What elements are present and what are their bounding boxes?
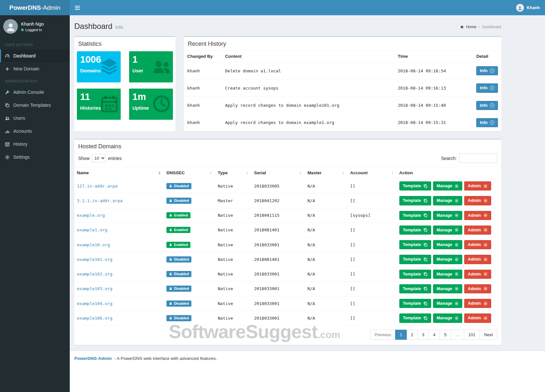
sidebar-toggle-button[interactable] (70, 0, 85, 15)
domain-template-button[interactable]: Template (399, 313, 431, 323)
bar-chart-icon (5, 129, 10, 134)
sidebar-item-new-domain[interactable]: New Domain (0, 62, 70, 75)
domain-manage-button[interactable]: Manage (433, 299, 462, 308)
domain-name-cell: example.org (74, 208, 164, 223)
domain-link[interactable]: example103.org (77, 286, 113, 291)
sidebar-item-settings[interactable]: Settings (0, 151, 70, 164)
domain-manage-button[interactable]: Manage (433, 270, 462, 279)
domain-link[interactable]: example102.org (77, 272, 113, 276)
domain-manage-button[interactable]: Manage (433, 284, 462, 293)
pagination-page-4[interactable]: 4 (429, 330, 440, 340)
sort-icon (298, 171, 303, 175)
domains-column-header-name[interactable]: Name (74, 167, 164, 179)
type-cell: Native (215, 252, 251, 267)
dnssec-badge: Enabled (166, 227, 190, 233)
domain-manage-button[interactable]: Manage (433, 196, 462, 205)
domain-template-button[interactable]: Template (399, 299, 431, 308)
dnssec-state: Disabled (174, 272, 189, 276)
domain-admin-button[interactable]: Admin (464, 270, 491, 279)
domain-manage-button[interactable]: Manage (433, 211, 462, 220)
info-button[interactable]: Infoi (476, 118, 498, 127)
sidebar-item-accounts[interactable]: Accounts (0, 125, 70, 138)
master-cell: N/A (305, 179, 348, 193)
sidebar-item-history[interactable]: History (0, 138, 70, 151)
domain-admin-button[interactable]: Admin (464, 299, 491, 308)
domain-admin-button[interactable]: Admin (464, 313, 491, 323)
pagination-page-3[interactable]: 3 (418, 330, 429, 340)
domain-manage-button[interactable]: Manage (433, 313, 462, 323)
domains-column-header-type[interactable]: Type (215, 167, 251, 179)
domain-template-button[interactable]: Template (399, 255, 431, 264)
domain-admin-button[interactable]: Admin (464, 255, 491, 264)
pagination-page-5[interactable]: 5 (440, 330, 451, 340)
user-status: Logged In (21, 28, 44, 32)
domain-link[interactable]: 3.2.1.in-addr.arpa (77, 198, 123, 203)
app-logo-text: PowerDNS-Admin (9, 4, 60, 11)
pagination-page-1[interactable]: 1 (395, 330, 406, 340)
domain-template-button[interactable]: Template (399, 211, 431, 220)
domains-column-header-account[interactable]: Account (347, 167, 396, 179)
history-header-row: Changed ByContentTimeDetail (184, 51, 501, 62)
domain-admin-button[interactable]: Admin (464, 226, 491, 235)
info-button[interactable]: Infoi (476, 83, 498, 92)
history-column-header: Content (222, 51, 394, 62)
gear-icon (483, 228, 488, 232)
serial-cell: 2018041115 (251, 208, 305, 223)
domain-link[interactable]: example106.org (77, 316, 113, 321)
domain-link[interactable]: example10.org (77, 242, 110, 247)
navbar-user-menu[interactable]: Khanh (511, 0, 545, 15)
entries-select[interactable]: 10 (92, 154, 106, 162)
hosted-domains-title: Hosted Domains (74, 140, 501, 153)
info-button[interactable]: Infoi (476, 66, 498, 75)
sidebar-user-panel: Khanh Ngo Logged In (0, 15, 70, 38)
domain-admin-button[interactable]: Admin (464, 240, 491, 249)
sidebar-item-dashboard[interactable]: Dashboard (0, 49, 70, 62)
domains-column-header-dnssec[interactable]: DNSSEC (164, 167, 215, 179)
info-button[interactable]: Infoi (476, 101, 498, 110)
button-label: Info (480, 103, 488, 108)
domain-link[interactable]: example104.org (77, 301, 113, 306)
domain-manage-button[interactable]: Manage (433, 181, 462, 190)
lock-icon (169, 287, 172, 290)
pagination-page-2[interactable]: 2 (406, 330, 418, 340)
stat-box-domains: 1006Domains (77, 51, 121, 82)
gear-icon (483, 316, 488, 320)
domain-link[interactable]: 127.in-addr.arpa (77, 184, 117, 189)
domain-link[interactable]: example.org (77, 213, 105, 218)
domain-row: example102.orgDisabledNative2018033001N/… (74, 267, 501, 281)
domains-column-header-serial[interactable]: Serial (251, 167, 305, 179)
domain-link[interactable]: example1.org (77, 227, 107, 232)
domains-column-header-master[interactable]: Master (305, 167, 348, 179)
domain-admin-button[interactable]: Admin (464, 181, 491, 190)
domain-admin-button[interactable]: Admin (464, 211, 491, 220)
history-content: Apply record changes to domain example10… (222, 97, 394, 114)
domain-template-button[interactable]: Template (399, 226, 431, 235)
button-label: Info (480, 68, 488, 73)
domain-admin-button[interactable]: Admin (464, 284, 491, 293)
domain-template-button[interactable]: Template (399, 284, 431, 293)
domain-link[interactable]: example101.org (77, 257, 113, 262)
breadcrumb-home-link[interactable]: Home (466, 25, 476, 29)
dnssec-cell: Disabled (164, 193, 215, 208)
button-label: Template (403, 272, 421, 277)
footer-brand-link[interactable]: PowerDNS-Admin (74, 356, 112, 361)
sidebar-item-domain-templates[interactable]: Domain Templates (0, 99, 70, 112)
domain-template-button[interactable]: Template (399, 240, 431, 249)
sidebar-item-users[interactable]: Users (0, 112, 70, 125)
gear-icon (454, 257, 459, 262)
domain-manage-button[interactable]: Manage (433, 226, 462, 235)
domain-template-button[interactable]: Template (399, 196, 431, 205)
pagination-prev[interactable]: Previous (370, 330, 396, 340)
pagination-page-101[interactable]: 101 (464, 330, 480, 340)
pagination-next[interactable]: Next (479, 330, 497, 340)
domain-manage-button[interactable]: Manage (433, 240, 462, 249)
domain-admin-button[interactable]: Admin (464, 196, 491, 205)
domain-manage-button[interactable]: Manage (433, 255, 462, 264)
copy-icon (423, 272, 428, 276)
search-input[interactable] (459, 153, 497, 163)
app-logo[interactable]: PowerDNS-Admin (0, 0, 70, 15)
domain-template-button[interactable]: Template (399, 270, 431, 279)
domain-name-cell: example102.org (74, 267, 164, 281)
domain-template-button[interactable]: Template (399, 181, 431, 190)
sidebar-item-admin-console[interactable]: Admin Console (0, 86, 70, 99)
